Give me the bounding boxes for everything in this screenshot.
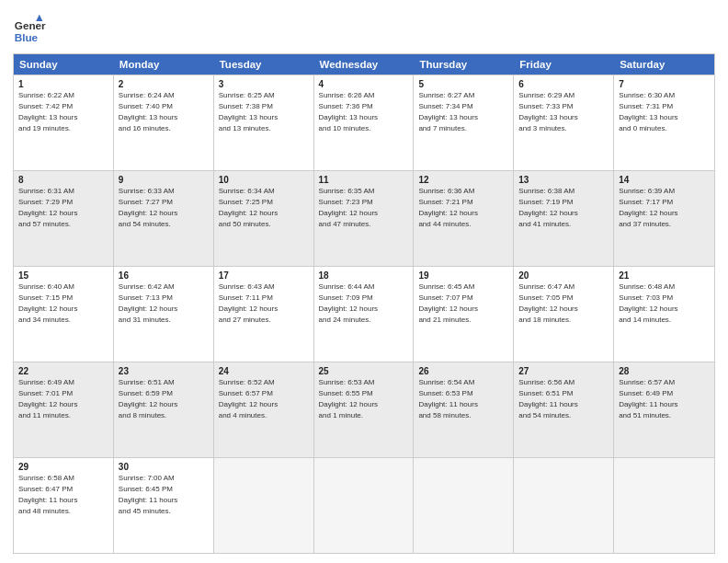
- calendar-header-cell: Tuesday: [214, 54, 314, 75]
- calendar-row: 15Sunrise: 6:40 AMSunset: 7:15 PMDayligh…: [14, 267, 714, 362]
- calendar-body: 1Sunrise: 6:22 AMSunset: 7:42 PMDaylight…: [13, 75, 715, 554]
- day-number: 10: [219, 175, 309, 185]
- sun-info: Sunrise: 6:49 AMSunset: 7:01 PMDaylight:…: [18, 377, 108, 421]
- day-number: 19: [418, 270, 508, 281]
- day-number: 28: [619, 366, 710, 376]
- sun-info: Sunrise: 6:40 AMSunset: 7:15 PMDaylight:…: [18, 282, 108, 326]
- sun-info: Sunrise: 6:52 AMSunset: 6:57 PMDaylight:…: [219, 377, 309, 421]
- calendar-cell: 9Sunrise: 6:33 AMSunset: 7:27 PMDaylight…: [114, 171, 214, 266]
- sun-info: Sunrise: 6:26 AMSunset: 7:36 PMDaylight:…: [319, 90, 409, 134]
- calendar-header-cell: Saturday: [614, 54, 714, 75]
- calendar-cell: 22Sunrise: 6:49 AMSunset: 7:01 PMDayligh…: [14, 362, 114, 457]
- calendar-cell: [514, 458, 614, 553]
- calendar-cell: [214, 458, 314, 553]
- day-number: 26: [418, 366, 508, 376]
- day-number: 4: [319, 79, 409, 89]
- calendar-cell: 10Sunrise: 6:34 AMSunset: 7:25 PMDayligh…: [214, 171, 314, 266]
- sun-info: Sunrise: 6:51 AMSunset: 6:59 PMDaylight:…: [119, 377, 209, 421]
- calendar-cell: [314, 458, 415, 553]
- sun-info: Sunrise: 6:44 AMSunset: 7:09 PMDaylight:…: [319, 282, 409, 326]
- calendar-cell: 16Sunrise: 6:42 AMSunset: 7:13 PMDayligh…: [114, 267, 214, 362]
- sun-info: Sunrise: 6:36 AMSunset: 7:21 PMDaylight:…: [418, 186, 508, 230]
- sun-info: Sunrise: 6:24 AMSunset: 7:40 PMDaylight:…: [119, 90, 209, 134]
- sun-info: Sunrise: 6:39 AMSunset: 7:17 PMDaylight:…: [619, 186, 710, 230]
- day-number: 7: [619, 79, 710, 89]
- sun-info: Sunrise: 6:53 AMSunset: 6:55 PMDaylight:…: [319, 377, 409, 421]
- calendar-cell: 17Sunrise: 6:43 AMSunset: 7:11 PMDayligh…: [214, 267, 314, 362]
- calendar-row: 29Sunrise: 6:58 AMSunset: 6:47 PMDayligh…: [14, 458, 714, 553]
- day-number: 27: [518, 366, 609, 376]
- calendar-cell: 28Sunrise: 6:57 AMSunset: 6:49 PMDayligh…: [614, 362, 714, 457]
- calendar-cell: 21Sunrise: 6:48 AMSunset: 7:03 PMDayligh…: [614, 267, 714, 362]
- sun-info: Sunrise: 6:42 AMSunset: 7:13 PMDaylight:…: [119, 282, 209, 326]
- svg-text:Blue: Blue: [15, 31, 39, 43]
- sun-info: Sunrise: 6:38 AMSunset: 7:19 PMDaylight:…: [518, 186, 609, 230]
- day-number: 5: [418, 79, 508, 89]
- calendar-cell: 27Sunrise: 6:56 AMSunset: 6:51 PMDayligh…: [514, 362, 614, 457]
- calendar-header: SundayMondayTuesdayWednesdayThursdayFrid…: [14, 54, 714, 75]
- sun-info: Sunrise: 6:29 AMSunset: 7:33 PMDaylight:…: [518, 90, 609, 134]
- calendar-cell: 19Sunrise: 6:45 AMSunset: 7:07 PMDayligh…: [414, 267, 514, 362]
- sun-info: Sunrise: 6:48 AMSunset: 7:03 PMDaylight:…: [619, 282, 710, 326]
- calendar-cell: 15Sunrise: 6:40 AMSunset: 7:15 PMDayligh…: [14, 267, 114, 362]
- day-number: 14: [619, 175, 710, 185]
- calendar-cell: 24Sunrise: 6:52 AMSunset: 6:57 PMDayligh…: [214, 362, 314, 457]
- day-number: 24: [219, 366, 309, 376]
- calendar-cell: 11Sunrise: 6:35 AMSunset: 7:23 PMDayligh…: [314, 171, 415, 266]
- day-number: 22: [18, 366, 108, 376]
- sun-info: Sunrise: 6:30 AMSunset: 7:31 PMDaylight:…: [619, 90, 710, 134]
- sun-info: Sunrise: 6:45 AMSunset: 7:07 PMDaylight:…: [418, 282, 508, 326]
- calendar-row: 8Sunrise: 6:31 AMSunset: 7:29 PMDaylight…: [14, 171, 714, 267]
- page-header: General Blue: [13, 9, 715, 46]
- sun-info: Sunrise: 7:00 AMSunset: 6:45 PMDaylight:…: [119, 473, 209, 517]
- calendar-cell: 2Sunrise: 6:24 AMSunset: 7:40 PMDaylight…: [114, 75, 214, 170]
- day-number: 12: [418, 175, 508, 185]
- day-number: 8: [18, 175, 108, 185]
- sun-info: Sunrise: 6:27 AMSunset: 7:34 PMDaylight:…: [418, 90, 508, 134]
- calendar-cell: 23Sunrise: 6:51 AMSunset: 6:59 PMDayligh…: [114, 362, 214, 457]
- day-number: 23: [119, 366, 209, 376]
- sun-info: Sunrise: 6:56 AMSunset: 6:51 PMDaylight:…: [518, 377, 609, 421]
- day-number: 1: [18, 79, 108, 89]
- day-number: 2: [119, 79, 209, 89]
- day-number: 29: [18, 462, 108, 472]
- sun-info: Sunrise: 6:43 AMSunset: 7:11 PMDaylight:…: [219, 282, 309, 326]
- sun-info: Sunrise: 6:25 AMSunset: 7:38 PMDaylight:…: [219, 90, 309, 134]
- day-number: 9: [119, 175, 209, 185]
- calendar-header-cell: Friday: [514, 54, 614, 75]
- calendar-cell: 12Sunrise: 6:36 AMSunset: 7:21 PMDayligh…: [414, 171, 514, 266]
- day-number: 3: [219, 79, 309, 89]
- day-number: 11: [319, 175, 409, 185]
- calendar-header-cell: Thursday: [414, 54, 514, 75]
- calendar-header-cell: Monday: [114, 54, 214, 75]
- calendar-cell: 29Sunrise: 6:58 AMSunset: 6:47 PMDayligh…: [14, 458, 114, 553]
- day-number: 21: [619, 270, 710, 281]
- calendar-cell: 7Sunrise: 6:30 AMSunset: 7:31 PMDaylight…: [614, 75, 714, 170]
- calendar-cell: 14Sunrise: 6:39 AMSunset: 7:17 PMDayligh…: [614, 171, 714, 266]
- day-number: 13: [518, 175, 609, 185]
- calendar-cell: [414, 458, 514, 553]
- day-number: 25: [319, 366, 409, 376]
- sun-info: Sunrise: 6:54 AMSunset: 6:53 PMDaylight:…: [418, 377, 508, 421]
- calendar-cell: 18Sunrise: 6:44 AMSunset: 7:09 PMDayligh…: [314, 267, 415, 362]
- calendar-cell: 1Sunrise: 6:22 AMSunset: 7:42 PMDaylight…: [14, 75, 114, 170]
- calendar-cell: 8Sunrise: 6:31 AMSunset: 7:29 PMDaylight…: [14, 171, 114, 266]
- sun-info: Sunrise: 6:35 AMSunset: 7:23 PMDaylight:…: [319, 186, 409, 230]
- logo: General Blue: [13, 13, 50, 46]
- calendar-cell: [614, 458, 714, 553]
- calendar-cell: 5Sunrise: 6:27 AMSunset: 7:34 PMDaylight…: [414, 75, 514, 170]
- calendar-cell: 6Sunrise: 6:29 AMSunset: 7:33 PMDaylight…: [514, 75, 614, 170]
- calendar-cell: 4Sunrise: 6:26 AMSunset: 7:36 PMDaylight…: [314, 75, 415, 170]
- day-number: 15: [18, 270, 108, 281]
- calendar-cell: 26Sunrise: 6:54 AMSunset: 6:53 PMDayligh…: [414, 362, 514, 457]
- calendar-cell: 25Sunrise: 6:53 AMSunset: 6:55 PMDayligh…: [314, 362, 415, 457]
- sun-info: Sunrise: 6:47 AMSunset: 7:05 PMDaylight:…: [518, 282, 609, 326]
- sun-info: Sunrise: 6:33 AMSunset: 7:27 PMDaylight:…: [119, 186, 209, 230]
- calendar-cell: 13Sunrise: 6:38 AMSunset: 7:19 PMDayligh…: [514, 171, 614, 266]
- logo-icon: General Blue: [13, 13, 46, 46]
- day-number: 30: [119, 462, 209, 472]
- calendar-row: 22Sunrise: 6:49 AMSunset: 7:01 PMDayligh…: [14, 362, 714, 458]
- sun-info: Sunrise: 6:58 AMSunset: 6:47 PMDaylight:…: [18, 473, 108, 517]
- calendar-header-cell: Sunday: [14, 54, 114, 75]
- sun-info: Sunrise: 6:34 AMSunset: 7:25 PMDaylight:…: [219, 186, 309, 230]
